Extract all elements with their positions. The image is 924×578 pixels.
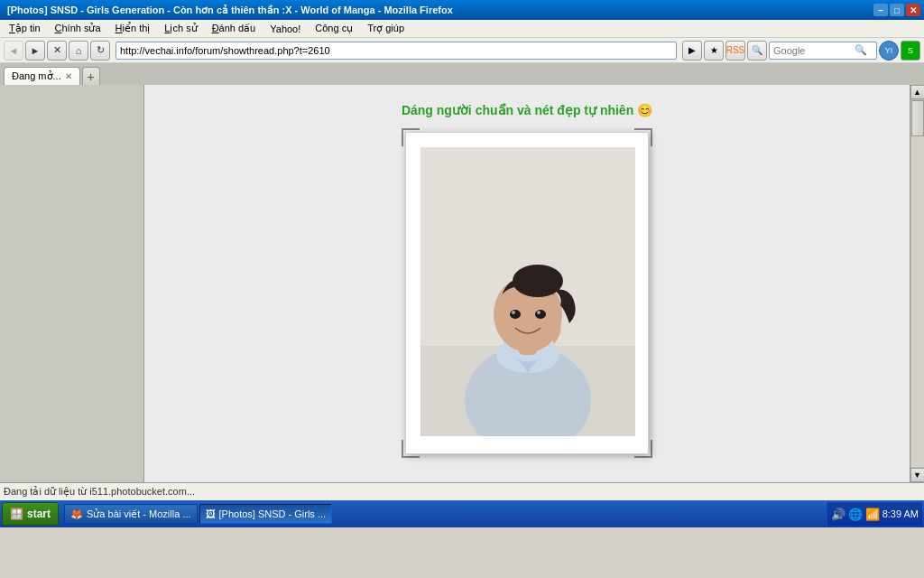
zoom-icon[interactable]: 🔍 xyxy=(747,41,767,61)
scroll-down-button[interactable]: ▼ xyxy=(910,468,925,482)
start-label: start xyxy=(27,508,51,520)
menu-edit[interactable]: Chính sửa xyxy=(50,21,106,36)
svg-point-9 xyxy=(512,311,515,314)
taskbar-item-label-1: [Photos] SNSD - Girls ... xyxy=(219,508,327,519)
taskbar: 🪟 start 🦊 Sửa bài viết - Mozilla ... 🖼 [… xyxy=(0,500,924,527)
scroll-track[interactable] xyxy=(910,99,925,468)
go-button[interactable]: ▶ xyxy=(682,41,702,61)
taskbar-item-0[interactable]: 🦊 Sửa bài viết - Mozilla ... xyxy=(64,504,197,524)
address-bar[interactable] xyxy=(116,42,677,60)
taskbar-item-icon-1: 🖼 xyxy=(206,508,216,519)
new-tab-button[interactable]: + xyxy=(82,67,100,85)
window-title: [Photos] SNSD - Girls Generation - Còn h… xyxy=(4,5,873,16)
photo-frame xyxy=(405,132,649,454)
close-button[interactable]: ✕ xyxy=(906,4,920,16)
main-content: Dáng người chuẩn và nét đẹp tự nhiên 😊 xyxy=(144,85,910,482)
tray-icon-1: 🔊 xyxy=(831,508,845,521)
nav-bar: ◄ ► ✕ ⌂ ↻ ▶ ★ RSS 🔍 🔍 Y! S xyxy=(0,38,924,63)
title-bar: [Photos] SNSD - Girls Generation - Còn h… xyxy=(0,0,924,20)
tab-close-button[interactable]: ✕ xyxy=(65,71,72,81)
maximize-button[interactable]: □ xyxy=(890,4,904,16)
scroll-thumb[interactable] xyxy=(911,100,924,136)
browser-main: Dáng người chuẩn và nét đẹp tự nhiên 😊 xyxy=(0,85,924,482)
tab-bar: Đang mở... ✕ + xyxy=(0,63,924,85)
tray-icon-2: 🌐 xyxy=(848,508,863,521)
tab-active[interactable]: Đang mở... ✕ xyxy=(4,67,80,85)
taskbar-item-1[interactable]: 🖼 [Photos] SNSD - Girls ... xyxy=(199,504,333,524)
addon-icon-1[interactable]: Y! xyxy=(879,41,899,61)
status-bar: Đang tải dữ liệu từ i511.photobucket.com… xyxy=(0,482,924,500)
taskbar-item-icon-0: 🦊 xyxy=(70,508,83,520)
svg-point-10 xyxy=(537,311,541,314)
address-input[interactable] xyxy=(120,45,672,56)
system-tray: 🔊 🌐 📶 8:39 AM xyxy=(827,502,922,526)
addon-icon-2[interactable]: S xyxy=(901,41,920,61)
search-icon[interactable]: 🔍 xyxy=(855,44,867,56)
back-button[interactable]: ◄ xyxy=(4,41,23,61)
window-controls: – □ ✕ xyxy=(873,4,920,16)
taskbar-item-label-0: Sửa bài viết - Mozilla ... xyxy=(87,508,190,520)
search-bar[interactable]: 🔍 xyxy=(769,42,877,60)
menu-file[interactable]: Tập tin xyxy=(4,21,46,36)
rss-icon[interactable]: RSS xyxy=(725,41,745,61)
refresh-button[interactable]: ↻ xyxy=(90,41,110,61)
menu-view[interactable]: Hiển thị xyxy=(110,21,156,36)
start-button[interactable]: 🪟 start xyxy=(2,502,59,526)
scroll-up-button[interactable]: ▲ xyxy=(910,85,925,99)
scrollbar: ▲ ▼ xyxy=(910,85,924,482)
forward-button[interactable]: ► xyxy=(25,41,45,61)
stop-button[interactable]: ✕ xyxy=(47,41,67,61)
page-body: Dáng người chuẩn và nét đẹp tự nhiên 😊 xyxy=(144,85,910,482)
tab-label: Đang mở... xyxy=(12,70,61,82)
taskbar-items: 🦊 Sửa bài viết - Mozilla ... 🖼 [Photos] … xyxy=(60,504,825,524)
menu-yahoo[interactable]: Yahoo! xyxy=(264,22,306,36)
menu-help[interactable]: Trợ giúp xyxy=(362,21,410,36)
status-text: Đang tải dữ liệu từ i511.photobucket.com… xyxy=(4,486,920,498)
menu-bar: Tập tin Chính sửa Hiển thị Lịch sử Đánh … xyxy=(0,20,924,38)
start-icon: 🪟 xyxy=(10,508,23,520)
home-button[interactable]: ⌂ xyxy=(69,41,88,61)
minimize-button[interactable]: – xyxy=(873,4,888,16)
svg-point-8 xyxy=(535,310,546,319)
sidebar xyxy=(0,85,144,482)
photo-image xyxy=(420,147,635,436)
menu-bookmarks[interactable]: Đánh dấu xyxy=(207,21,262,36)
tray-icon-3: 📶 xyxy=(865,508,880,521)
svg-point-7 xyxy=(510,310,521,319)
search-input[interactable] xyxy=(773,45,855,56)
menu-tools[interactable]: Công cụ xyxy=(310,21,358,36)
bookmark-icon[interactable]: ★ xyxy=(704,41,724,61)
tray-time: 8:39 AM xyxy=(882,508,919,519)
photo-container xyxy=(405,132,649,454)
top-caption: Dáng người chuẩn và nét đẹp tự nhiên 😊 xyxy=(402,103,652,117)
menu-history[interactable]: Lịch sử xyxy=(159,21,202,36)
